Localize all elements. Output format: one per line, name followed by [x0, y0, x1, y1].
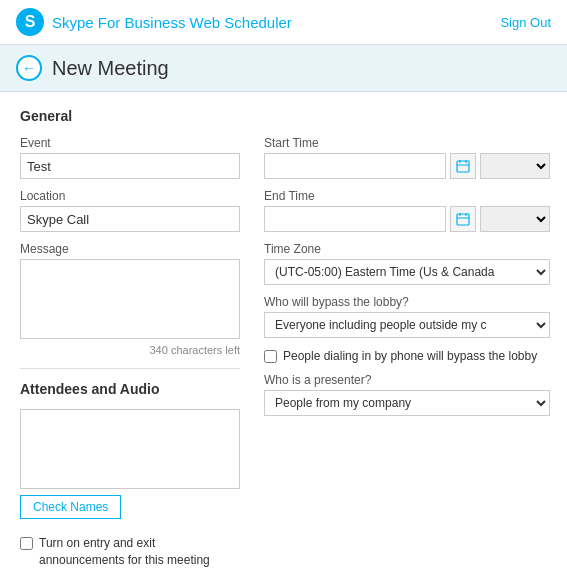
end-calendar-button[interactable]	[450, 206, 476, 232]
event-label: Event	[20, 136, 240, 150]
form-col-right: Start Time	[264, 136, 550, 575]
presenter-group: Who is a presenter? People from my compa…	[264, 373, 550, 416]
end-time-row	[264, 206, 550, 232]
presenter-label: Who is a presenter?	[264, 373, 550, 387]
end-time-select[interactable]	[480, 206, 550, 232]
message-group: Message 340 characters left	[20, 242, 240, 356]
app-header: S Skype For Business Web Scheduler Sign …	[0, 0, 567, 45]
presenter-select[interactable]: People from my company Everyone Only me,…	[264, 390, 550, 416]
lobby-group: Who will bypass the lobby? Everyone incl…	[264, 295, 550, 338]
end-date-input[interactable]	[264, 206, 446, 232]
back-button[interactable]: ←	[16, 55, 42, 81]
app-title: Skype For Business Web Scheduler	[52, 14, 292, 31]
lobby-phone-label: People dialing in by phone will bypass t…	[283, 348, 537, 365]
form-columns: Event Location Message 340 characters le…	[20, 136, 547, 575]
lobby-select[interactable]: Everyone including people outside my c P…	[264, 312, 550, 338]
check-names-button[interactable]: Check Names	[20, 495, 121, 519]
start-time-group: Start Time	[264, 136, 550, 179]
page-title-bar: ← New Meeting	[0, 45, 567, 92]
start-date-input[interactable]	[264, 153, 446, 179]
lobby-label: Who will bypass the lobby?	[264, 295, 550, 309]
start-time-row	[264, 153, 550, 179]
timezone-label: Time Zone	[264, 242, 550, 256]
svg-rect-0	[457, 161, 469, 172]
calendar-icon	[456, 212, 470, 226]
start-time-select[interactable]	[480, 153, 550, 179]
location-group: Location	[20, 189, 240, 232]
calendar-icon	[456, 159, 470, 173]
page-title: New Meeting	[52, 57, 169, 80]
message-textarea[interactable]	[20, 259, 240, 339]
timezone-select[interactable]: (UTC-05:00) Eastern Time (Us & Canada	[264, 259, 550, 285]
lobby-phone-checkbox[interactable]	[264, 350, 277, 363]
timezone-group: Time Zone (UTC-05:00) Eastern Time (Us &…	[264, 242, 550, 285]
announcement-checkbox-row: Turn on entry and exit announcements for…	[20, 535, 240, 569]
attendees-section-title: Attendees and Audio	[20, 381, 240, 397]
main-content: General Event Location Message 340 chara…	[0, 92, 567, 578]
announcement-checkbox[interactable]	[20, 537, 33, 550]
general-section-title: General	[20, 108, 547, 124]
start-time-label: Start Time	[264, 136, 550, 150]
sign-out-link[interactable]: Sign Out	[500, 15, 551, 30]
announcement-label: Turn on entry and exit announcements for…	[39, 535, 240, 569]
skype-icon: S	[16, 8, 44, 36]
location-label: Location	[20, 189, 240, 203]
end-time-label: End Time	[264, 189, 550, 203]
start-calendar-button[interactable]	[450, 153, 476, 179]
lobby-phone-checkbox-row: People dialing in by phone will bypass t…	[264, 348, 550, 365]
attendees-box[interactable]	[20, 409, 240, 489]
svg-rect-4	[457, 214, 469, 225]
back-icon: ←	[22, 60, 36, 76]
end-time-group: End Time	[264, 189, 550, 232]
char-count: 340 characters left	[20, 344, 240, 356]
event-group: Event	[20, 136, 240, 179]
divider-1	[20, 368, 240, 369]
message-label: Message	[20, 242, 240, 256]
form-col-left: Event Location Message 340 characters le…	[20, 136, 240, 575]
event-input[interactable]	[20, 153, 240, 179]
app-logo: S Skype For Business Web Scheduler	[16, 8, 292, 36]
location-input[interactable]	[20, 206, 240, 232]
